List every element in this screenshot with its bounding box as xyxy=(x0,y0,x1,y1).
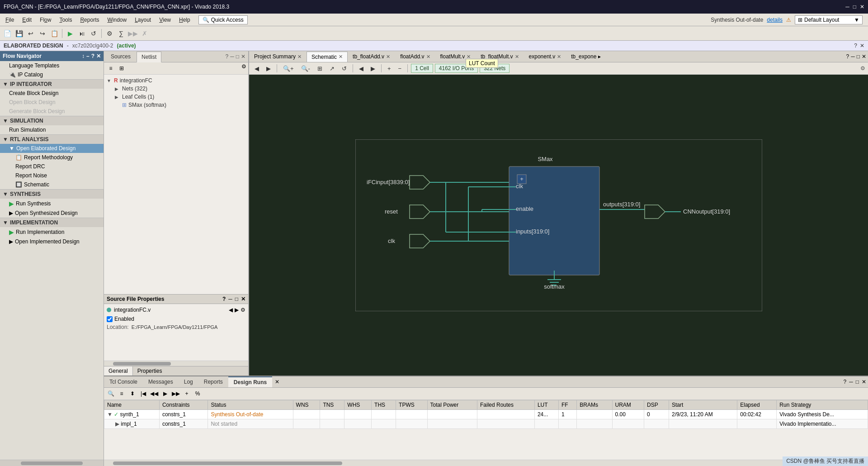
nav-open-elaborated-design[interactable]: ▼ Open Elaborated Design xyxy=(0,144,104,153)
props-scrollbar[interactable] xyxy=(104,361,248,366)
menu-file[interactable]: File xyxy=(2,16,18,24)
tab-exponent[interactable]: exponent.v ✕ xyxy=(524,51,566,62)
props-back-icon[interactable]: ◀ xyxy=(229,307,233,313)
tab-tb-floatmult[interactable]: tb_floatMult.v ✕ xyxy=(476,51,524,62)
nav-close-icon[interactable]: ✕ xyxy=(96,53,101,59)
menu-help[interactable]: Help xyxy=(175,16,194,24)
menu-tools[interactable]: Tools xyxy=(56,16,75,24)
tab-log[interactable]: Log xyxy=(179,377,198,387)
toolbar-synth-btn[interactable]: ⚙ xyxy=(104,28,115,39)
impl1-expand-icon[interactable]: ▶ xyxy=(115,421,119,427)
toolbar-bitstream-btn[interactable]: ▶▶ xyxy=(127,28,138,39)
th-tpws[interactable]: TPWS xyxy=(396,400,428,410)
minimize-button[interactable]: ─ xyxy=(845,4,849,10)
bottom-help-icon[interactable]: ? xyxy=(844,379,847,385)
enabled-checkbox-label[interactable]: Enabled xyxy=(107,316,134,322)
dr-prev-btn[interactable]: ◀◀ xyxy=(149,389,159,399)
nav-run-simulation[interactable]: Run Simulation xyxy=(0,125,104,134)
th-run-strategy[interactable]: Run Strategy xyxy=(777,400,868,410)
sch-minus-btn[interactable]: − xyxy=(396,64,405,73)
th-ff[interactable]: FF xyxy=(558,400,576,410)
nav-open-synthesized-design[interactable]: ▶ Open Synthesized Design xyxy=(0,209,104,218)
design-runs-hscrollbar[interactable] xyxy=(104,460,868,466)
nav-section-synthesis[interactable]: ▼ SYNTHESIS xyxy=(0,189,104,199)
th-whs[interactable]: WHS xyxy=(344,400,372,410)
dr-play-btn[interactable]: ▶ xyxy=(160,389,170,399)
tab-project-summary[interactable]: Project Summary ✕ xyxy=(249,51,307,62)
nav-section-implementation[interactable]: ▼ IMPLEMENTATION xyxy=(0,218,104,227)
toolbar-impl-btn[interactable]: ∑ xyxy=(116,28,127,39)
menu-layout[interactable]: Layout xyxy=(131,16,155,24)
dr-collapse-btn[interactable]: ≡ xyxy=(117,389,127,399)
tab-tcl-console[interactable]: Tcl Console xyxy=(104,377,143,387)
sch-forward-btn[interactable]: ▶ xyxy=(264,64,274,73)
th-brams[interactable]: BRAMs xyxy=(577,400,612,410)
menu-reports[interactable]: Reports xyxy=(76,16,103,24)
th-dsp[interactable]: DSP xyxy=(644,400,669,410)
enabled-checkbox[interactable] xyxy=(107,316,113,322)
sch-min-icon[interactable]: ─ xyxy=(851,53,855,60)
nav-report-noise[interactable]: Report Noise xyxy=(0,171,104,180)
toolbar-undo-btn[interactable]: ↩ xyxy=(25,28,36,39)
close-floatadd-icon[interactable]: ✕ xyxy=(426,54,430,60)
props-tab-general[interactable]: General xyxy=(104,366,133,376)
nav-section-simulation[interactable]: ▼ SIMULATION xyxy=(0,116,104,125)
nav-run-synthesis[interactable]: ▶ Run Synthesis xyxy=(0,199,104,209)
sch-fit-btn[interactable]: ⊞ xyxy=(315,64,325,73)
th-constraints[interactable]: Constraints xyxy=(159,400,208,410)
sch-back-btn[interactable]: ◀ xyxy=(252,64,262,73)
menu-window[interactable]: Window xyxy=(104,16,130,24)
th-lut[interactable]: LUT xyxy=(534,400,558,410)
toolbar-run-btn[interactable]: ▶ xyxy=(65,28,75,39)
th-elapsed[interactable]: Elapsed xyxy=(737,400,777,410)
props-close-icon[interactable]: ✕ xyxy=(241,296,245,302)
sources-help-icon[interactable]: ? xyxy=(226,53,229,60)
sources-close-icon[interactable]: ✕ xyxy=(241,53,245,60)
nav-open-block-design[interactable]: Open Block Design xyxy=(0,98,104,107)
nav-report-drc[interactable]: Report DRC xyxy=(0,162,104,171)
schematic-canvas[interactable]: iFCinput[3839:0] reset clk xyxy=(249,75,868,376)
sch-prev-btn[interactable]: ◀ xyxy=(356,64,366,73)
sch-io-ports-stat[interactable]: 4162 I/O Ports xyxy=(435,64,478,73)
bottom-min-icon[interactable]: ─ xyxy=(849,379,853,385)
th-failed-routes[interactable]: Failed Routes xyxy=(477,400,534,410)
nav-language-templates[interactable]: Language Templates xyxy=(0,61,104,70)
sch-zoom-in-btn[interactable]: 🔍+ xyxy=(280,64,297,73)
tab-tb-expone[interactable]: tb_expone ▸ xyxy=(566,51,605,62)
props-max-icon[interactable]: □ xyxy=(235,296,238,302)
sch-refresh-btn[interactable]: ↺ xyxy=(339,64,349,73)
close-design-runs-icon[interactable]: ✕ xyxy=(272,377,282,387)
nav-create-block-design[interactable]: Create Block Design xyxy=(0,89,104,98)
nav-schematic[interactable]: 🔲 Schematic xyxy=(0,180,104,189)
tree-item-nets[interactable]: ▶ Nets (322) xyxy=(104,85,248,93)
layout-dropdown[interactable]: ⊞ Default Layout ▼ xyxy=(795,15,863,24)
tab-messages[interactable]: Messages xyxy=(143,377,179,387)
th-total-power[interactable]: Total Power xyxy=(427,400,477,410)
toolbar-step-btn[interactable]: ⏯ xyxy=(76,28,87,39)
sch-next-btn[interactable]: ▶ xyxy=(368,64,378,73)
sch-add-btn[interactable]: + xyxy=(385,64,394,73)
nav-section-rtl-analysis[interactable]: ▼ RTL ANALYSIS xyxy=(0,134,104,144)
maximize-button[interactable]: □ xyxy=(853,4,856,10)
tab-tb-floatadd[interactable]: tb_floatAdd.v ✕ xyxy=(348,51,395,62)
props-min-icon[interactable]: ─ xyxy=(228,296,232,302)
elab-help-icon[interactable]: ? xyxy=(854,43,857,49)
sch-zoom-out-btn[interactable]: 🔍- xyxy=(298,64,313,73)
tab-schematic[interactable]: Schematic ✕ xyxy=(307,52,348,62)
th-start[interactable]: Start xyxy=(669,400,737,410)
nav-generate-block-design[interactable]: Generate Block Design xyxy=(0,107,104,116)
tree-item-smax[interactable]: ⊞ SMax (softmax) xyxy=(104,101,248,109)
table-row-impl1[interactable]: ▶ impl_1 constrs_1 Not started xyxy=(104,419,868,429)
dr-filter-btn[interactable]: ⬍ xyxy=(127,389,137,399)
menu-flow[interactable]: Flow xyxy=(36,16,55,24)
dr-search-btn[interactable]: 🔍 xyxy=(106,389,116,399)
toolbar-copy-btn[interactable]: 📋 xyxy=(49,28,60,39)
table-row-synth1[interactable]: ▼ ✓ synth_1 constrs_1 Synthesis Out-of-d… xyxy=(104,410,868,419)
dr-first-btn[interactable]: |◀ xyxy=(138,389,148,399)
toolbar-new-btn[interactable]: 📄 xyxy=(2,28,13,39)
dr-percent-btn[interactable]: % xyxy=(193,389,203,399)
sch-cells-stat[interactable]: 1 Cell xyxy=(411,64,433,73)
th-status[interactable]: Status xyxy=(208,400,293,410)
th-uram[interactable]: URAM xyxy=(612,400,644,410)
nav-ip-catalog[interactable]: 🔌 IP Catalog xyxy=(0,70,104,79)
